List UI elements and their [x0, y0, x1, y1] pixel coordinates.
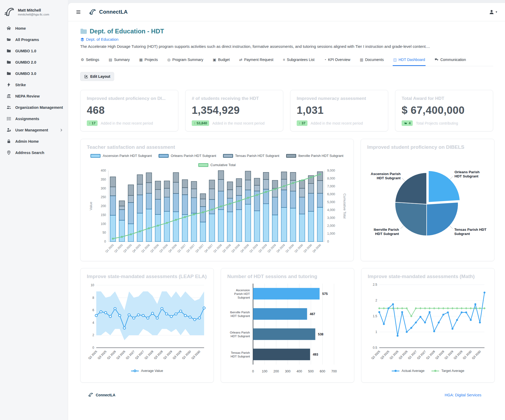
tab-kpi-overview[interactable]: ◔KPI Overview [324, 55, 351, 66]
svg-text:0: 0 [92, 346, 94, 350]
sidebar-item-assignments[interactable]: Assignments [0, 113, 68, 124]
tab-budget[interactable]: ▣Budget [212, 55, 230, 66]
svg-text:575: 575 [322, 292, 328, 296]
hamburger-menu-icon[interactable] [75, 10, 81, 14]
tab-communication[interactable]: Communication [434, 55, 466, 66]
sidebar-item-nepa-review[interactable]: NEPA Review [0, 90, 68, 102]
footer-hga-link[interactable]: HGA: Digital Services [445, 393, 481, 397]
sidebar-item-home[interactable]: Home [0, 23, 68, 34]
svg-text:Q3 2029: Q3 2029 [172, 350, 182, 360]
transfer-icon: ⇄ [239, 58, 242, 62]
svg-text:Parish HDT: Parish HDT [234, 292, 250, 295]
sidebar-item-gumbo-3[interactable]: GUMBO 3.0 [0, 68, 68, 79]
folder-open-icon [6, 37, 11, 42]
edit-layout-button[interactable]: Edit Layout [80, 72, 114, 81]
svg-text:2.5: 2.5 [373, 283, 377, 286]
pie-chart: Orleans ParishHDT SubgrantTensas Parish … [367, 152, 488, 252]
lock-icon [6, 139, 11, 144]
avatar [4, 6, 15, 18]
leap-ela-card: Improve state-mandated assessments (LEAP… [80, 268, 214, 383]
footer-brand-name: ConnectLA [96, 393, 115, 397]
chart-title: Improve state-mandated assessments (Math… [368, 274, 488, 279]
sidebar-item-label: Assignments [15, 117, 39, 121]
app-root: Matt Mitchell mmitchell@hga-llc.com Home… [0, 0, 505, 420]
chart-title: Teacher satisfaction and assessment [87, 144, 347, 150]
tab-settings[interactable]: ⚙Settings [80, 55, 100, 66]
brand-logo[interactable]: ConnectLA [88, 8, 128, 16]
kpi-caption: Added in the most recent period [212, 121, 264, 125]
sidebar-item-user-management[interactable]: User Management [0, 124, 68, 136]
dibels-pie-card: Improved student proficiency on DIBELS O… [361, 139, 494, 261]
svg-text:Ascension: Ascension [236, 289, 250, 292]
dual-line-chart: 0.511.522.5Q1 2025Q3 2025Q1 2026Q3 2026Q… [368, 281, 488, 368]
dashboard-icon: ◫ [393, 58, 397, 62]
folder-icon [6, 48, 11, 53]
sidebar-item-organization-management[interactable]: Organization Management [0, 102, 68, 113]
svg-text:150: 150 [101, 213, 106, 217]
svg-text:50: 50 [103, 231, 106, 234]
svg-text:Q2 2025: Q2 2025 [114, 243, 123, 253]
footer: ConnectLA HGA: Digital Services [80, 386, 493, 404]
tab-subgrantees-list[interactable]: ≡Subgrantees List [282, 55, 315, 66]
svg-text:Q1 2028: Q1 2028 [144, 350, 154, 360]
tab-payment-request[interactable]: ⇄Payment Request [239, 55, 274, 66]
toolbar: Edit Layout [80, 72, 493, 81]
tab-documents[interactable]: ▥Documents [359, 55, 384, 66]
svg-text:Q1 2025: Q1 2025 [105, 243, 114, 253]
sidebar-item-admin-home[interactable]: Admin Home [0, 136, 68, 147]
svg-text:Subgrant: Subgrant [238, 296, 250, 299]
chat-icon [435, 58, 438, 62]
sidebar-item-strike[interactable]: Strike [0, 79, 68, 90]
sidebar-user[interactable]: Matt Mitchell mmitchell@hga-llc.com [0, 4, 68, 23]
account-menu[interactable]: ▾ [489, 9, 497, 15]
kpi-delta-badge: ↑37 [297, 120, 307, 126]
svg-text:400: 400 [101, 169, 106, 172]
sidebar-item-address-search[interactable]: Address Search [0, 147, 68, 158]
svg-text:2: 2 [375, 299, 377, 302]
tab-summary[interactable]: ▤Summary [108, 55, 130, 66]
tab-program-summary[interactable]: ◎Program Summary [167, 55, 204, 66]
legend-item: Target Average [431, 369, 464, 373]
checklist-icon [6, 116, 11, 121]
svg-text:200: 200 [274, 370, 279, 373]
sidebar-item-gumbo-1[interactable]: GUMBO 1.0 [0, 45, 68, 57]
kpi-title: # of students receiving the HDT [192, 96, 277, 101]
stacked-bar-chart: 05010015020025030035040001,0002,0003,000… [87, 168, 347, 257]
svg-text:HDT Subgrant: HDT Subgrant [231, 355, 250, 358]
sidebar-item-all-programs[interactable]: All Programs [0, 34, 68, 45]
parent-link-label: Dept. of Education [86, 37, 118, 42]
svg-text:Q3 2030: Q3 2030 [471, 350, 481, 360]
sidebar-item-label: All Programs [15, 38, 39, 42]
legend-item: Actual Average [392, 369, 425, 373]
svg-text:Q1 2027: Q1 2027 [125, 350, 135, 360]
parent-program-link[interactable]: Dept. of Education [80, 37, 493, 42]
svg-text:6: 6 [92, 308, 94, 312]
svg-text:4: 4 [92, 321, 94, 325]
bolt-icon [6, 82, 11, 87]
bank-icon [6, 94, 11, 99]
svg-text:3,000: 3,000 [327, 216, 335, 220]
svg-text:Q1 2026: Q1 2026 [106, 350, 116, 360]
folder-icon [6, 71, 11, 76]
svg-text:300: 300 [285, 370, 291, 373]
brand-name: ConnectLA [99, 9, 128, 15]
tab-hdt-dashboard[interactable]: ◫HDT Dashboard [393, 55, 426, 66]
list-icon: ≡ [283, 58, 285, 62]
svg-text:Q3 2026: Q3 2026 [398, 350, 408, 360]
sidebar-item-label: GUMBO 1.0 [15, 49, 36, 53]
svg-text:Q3 2025: Q3 2025 [123, 243, 132, 253]
kpi-projects-badge: 4 [402, 120, 413, 126]
legend-item: Ascension Parish HDT Subgrant [90, 154, 152, 158]
sidebar-item-label: User Management [15, 128, 48, 132]
tab-projects[interactable]: ▦Projects [139, 55, 158, 66]
kpi-value: 1,031 [297, 104, 382, 116]
svg-text:250: 250 [101, 195, 106, 199]
user-name: Matt Mitchell [18, 8, 49, 12]
svg-text:350: 350 [101, 178, 106, 181]
svg-text:Q1 2027: Q1 2027 [407, 350, 417, 360]
svg-text:Q3 2029: Q3 2029 [267, 243, 276, 253]
horizontal-bar-chart: 0100200300400500600700575AscensionParish… [227, 281, 348, 379]
sidebar-item-label: Home [15, 26, 26, 30]
sidebar-item-gumbo-2[interactable]: GUMBO 2.0 [0, 57, 68, 68]
page-content: Dept. of Education - HDT Dept. of Educat… [68, 21, 505, 420]
